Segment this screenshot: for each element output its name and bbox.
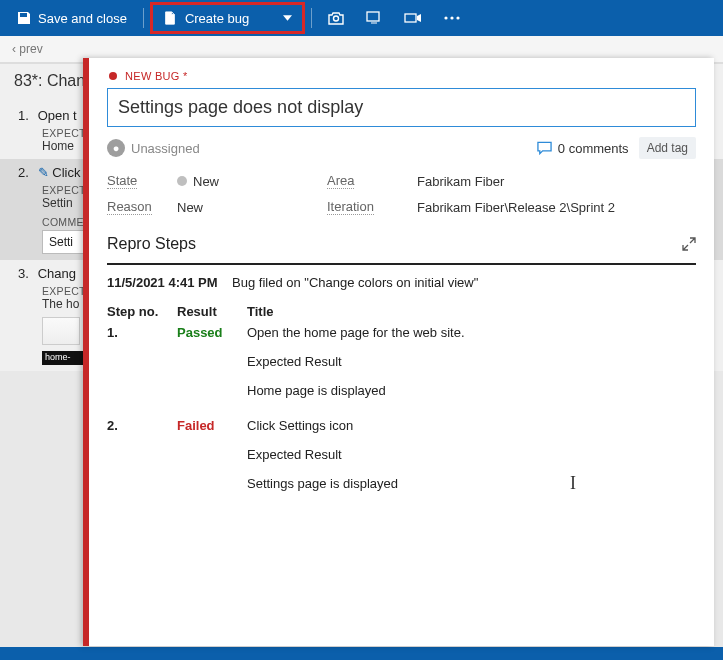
camera-icon	[328, 11, 344, 25]
iteration-label: Iteration	[327, 199, 374, 215]
screen-capture-icon	[366, 11, 382, 25]
prev-link[interactable]: prev	[19, 42, 42, 56]
bug-fields: State New Area Fabrikam Fiber Reason New…	[107, 173, 696, 215]
expand-icon[interactable]	[682, 237, 696, 251]
bottom-bar	[0, 647, 723, 660]
repro-row-1: 1. Passed Open the home page for the web…	[107, 325, 696, 412]
top-toolbar: Save and close Create bug	[0, 0, 723, 36]
toolbar-separator	[311, 8, 312, 28]
state-label: State	[107, 173, 137, 189]
reason-value[interactable]: New	[177, 200, 327, 215]
comment-icon	[537, 141, 552, 155]
avatar-icon: ●	[107, 139, 125, 157]
bug-title-input[interactable]	[107, 88, 696, 127]
svg-rect-1	[405, 14, 416, 22]
svg-point-5	[109, 72, 117, 80]
capture-region-button[interactable]	[356, 4, 392, 32]
dark-thumbnail: home-	[42, 351, 84, 365]
thumbnail-icon	[42, 317, 80, 345]
repro-meta: 11/5/2021 4:41 PM Bug filed on "Change c…	[107, 275, 696, 290]
create-bug-button[interactable]: Create bug	[153, 5, 302, 31]
repro-title: Repro Steps	[107, 235, 196, 253]
svg-point-4	[457, 16, 460, 19]
toolbar-separator	[143, 8, 144, 28]
area-value[interactable]: Fabrikam Fiber	[417, 174, 696, 189]
bug-badge: NEW BUG *	[107, 70, 696, 82]
area-label: Area	[327, 173, 354, 189]
state-value[interactable]: New	[177, 174, 327, 189]
repro-steps-box: 11/5/2021 4:41 PM Bug filed on "Change c…	[107, 263, 696, 511]
new-bug-panel: NEW BUG * ● Unassigned 0 comments Add ta…	[83, 58, 714, 646]
comments-link[interactable]: 0 comments	[537, 141, 629, 156]
bug-icon	[107, 70, 119, 82]
result-passed: Passed	[177, 325, 247, 340]
repro-row-2: 2. Failed Click Settings icon Expected R…	[107, 418, 696, 505]
video-icon	[404, 12, 422, 24]
create-bug-label: Create bug	[185, 11, 249, 26]
result-failed: Failed	[177, 418, 247, 433]
repro-section-header: Repro Steps	[89, 235, 714, 253]
iteration-value[interactable]: Fabrikam Fiber\Release 2\Sprint 2	[417, 200, 696, 215]
svg-point-2	[445, 16, 448, 19]
reason-label: Reason	[107, 199, 152, 215]
repro-table-header: Step no. Result Title	[107, 304, 696, 319]
save-close-label: Save and close	[38, 11, 127, 26]
svg-rect-0	[367, 12, 379, 21]
bug-doc-icon	[163, 11, 177, 25]
save-close-button[interactable]: Save and close	[6, 4, 137, 32]
more-button[interactable]	[434, 4, 470, 32]
pencil-icon: ✎	[38, 165, 49, 180]
assignee-picker[interactable]: ● Unassigned	[107, 139, 200, 157]
create-bug-highlight: Create bug	[150, 2, 305, 34]
screenshot-button[interactable]	[318, 4, 354, 32]
save-icon	[16, 10, 32, 26]
add-tag-button[interactable]: Add tag	[639, 137, 696, 159]
chevron-down-icon	[283, 15, 292, 21]
svg-point-3	[451, 16, 454, 19]
state-dot-icon	[177, 176, 187, 186]
ellipsis-icon	[444, 16, 460, 20]
record-button[interactable]	[394, 4, 432, 32]
